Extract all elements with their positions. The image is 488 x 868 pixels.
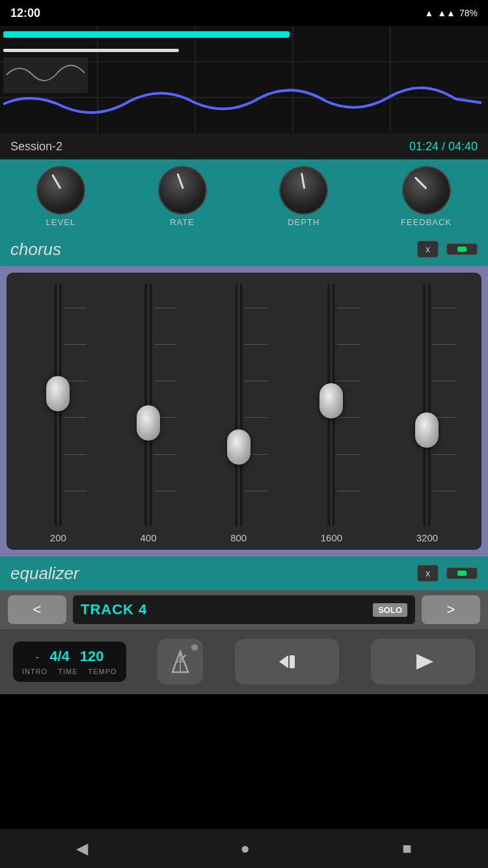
bottom-nav: ◀ ● ■ [0, 829, 488, 868]
knob-level[interactable] [36, 166, 85, 215]
prev-track-button[interactable]: < [8, 595, 66, 624]
eq-inner: 200 400 [7, 273, 481, 550]
eq-thumb-400[interactable] [137, 405, 160, 441]
battery-level: 78% [459, 8, 478, 18]
eq-header: equalizer x [0, 556, 488, 590]
svg-rect-15 [290, 655, 295, 668]
eq-slider-3200-track[interactable] [423, 283, 431, 527]
tempo-value: 120 [80, 648, 104, 665]
svg-rect-7 [3, 31, 290, 38]
knob-rate-group: RATE [158, 166, 207, 227]
knob-depth-group: DEPTH [279, 166, 328, 227]
record-dot [191, 644, 198, 651]
next-track-button[interactable]: > [422, 595, 480, 624]
chorus-knob-panel: LEVEL RATE DEPTH FEEDBACK [0, 159, 488, 232]
home-button[interactable]: ● [240, 839, 250, 858]
eq-name: equalizer [10, 563, 409, 584]
eq-band-800: 800 [230, 283, 247, 543]
time-sig-label: TIME [58, 668, 77, 675]
knob-depth-label: DEPTH [288, 217, 319, 227]
svg-marker-14 [279, 655, 288, 668]
track-display: TRACK 4 SOLO [73, 595, 415, 624]
eq-slider-200-track[interactable] [54, 283, 62, 527]
transport-bar: - 4/4 120 INTRO TIME TEMPO [0, 629, 488, 694]
session-name: Session-2 [10, 140, 62, 154]
track-name: TRACK 4 [81, 601, 147, 618]
eq-thumb-800[interactable] [227, 429, 251, 465]
chorus-name: chorus [10, 239, 409, 260]
knob-feedback[interactable] [396, 161, 456, 221]
eq-slider-1600-track[interactable] [327, 283, 335, 527]
tempo-label: TEMPO [88, 668, 117, 675]
eq-band-3200: 3200 [416, 283, 438, 543]
eq-freq-1600: 1600 [321, 532, 342, 543]
intro-label: INTRO [22, 668, 47, 675]
knob-rate-label: RATE [170, 217, 195, 227]
eq-thumb-1600[interactable] [319, 383, 343, 418]
eq-band-200: 200 [50, 283, 66, 543]
chorus-header: chorus x [0, 232, 488, 266]
session-time: 01:24 / 04:40 [409, 140, 478, 154]
chorus-close-button[interactable]: x [417, 241, 439, 258]
play-button[interactable] [371, 639, 475, 685]
back-button[interactable]: ◀ [76, 839, 88, 858]
eq-thumb-200[interactable] [46, 376, 70, 411]
session-bar: Session-2 01:24 / 04:40 [0, 133, 488, 159]
eq-enable-button[interactable] [446, 567, 478, 579]
intro-value: - [35, 651, 39, 664]
record-button[interactable] [157, 639, 203, 685]
waveform-area [0, 26, 488, 133]
svg-rect-8 [3, 49, 179, 52]
signal-icon: ▲▲ [437, 8, 455, 18]
eq-thumb-3200[interactable] [415, 413, 439, 448]
svg-marker-16 [416, 654, 433, 670]
eq-freq-200: 200 [50, 532, 66, 543]
time-sig-value: 4/4 [49, 648, 70, 665]
eq-enable-indicator [457, 571, 467, 576]
tempo-values: - 4/4 120 [35, 648, 103, 665]
tempo-display: - 4/4 120 INTRO TIME TEMPO [13, 642, 126, 682]
status-time: 12:00 [10, 7, 40, 20]
knob-feedback-group: FEEDBACK [401, 166, 452, 227]
knob-feedback-label: FEEDBACK [401, 217, 452, 227]
solo-badge: SOLO [373, 603, 407, 617]
knob-level-group: LEVEL [36, 166, 85, 227]
chorus-enable-button[interactable] [446, 243, 478, 255]
svg-rect-9 [3, 57, 88, 93]
status-bar: 12:00 ▲ ▲▲ 78% [0, 0, 488, 26]
knob-level-label: LEVEL [46, 217, 75, 227]
eq-band-400: 400 [140, 283, 156, 543]
chorus-enable-indicator [457, 247, 467, 252]
eq-sliders-row: 200 400 [13, 283, 475, 543]
rewind-button[interactable] [235, 639, 339, 685]
eq-section: 200 400 [0, 266, 488, 556]
eq-freq-3200: 3200 [416, 532, 438, 543]
eq-slider-800-track[interactable] [235, 283, 243, 527]
recent-button[interactable]: ■ [402, 839, 412, 858]
eq-band-1600: 1600 [321, 283, 342, 543]
eq-close-button[interactable]: x [417, 565, 439, 582]
knob-depth[interactable] [273, 159, 335, 221]
eq-freq-800: 800 [230, 532, 247, 543]
status-icons: ▲ ▲▲ 78% [424, 8, 478, 18]
knob-rate[interactable] [154, 162, 211, 219]
track-nav: < TRACK 4 SOLO > [0, 590, 488, 629]
tempo-labels: INTRO TIME TEMPO [22, 668, 117, 675]
wifi-icon: ▲ [424, 8, 433, 18]
eq-freq-400: 400 [140, 532, 156, 543]
eq-slider-400-track[interactable] [144, 283, 152, 527]
